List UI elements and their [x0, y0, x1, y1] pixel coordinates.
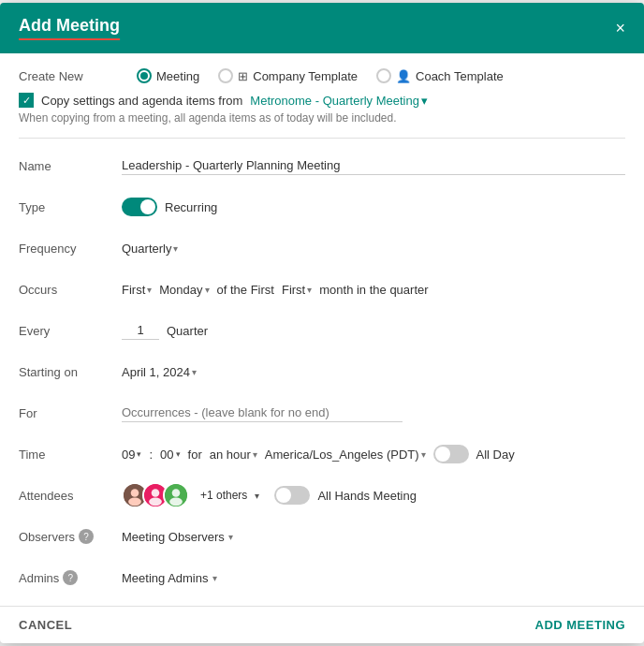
name-label: Name: [19, 159, 122, 173]
occurs-ordinal: First: [122, 283, 145, 297]
svg-point-2: [128, 498, 141, 507]
timezone-value: America/Los_Angeles (PDT): [265, 448, 419, 462]
admins-value: Meeting Admins: [122, 571, 209, 585]
avatar-group: [122, 482, 189, 508]
observers-dropdown[interactable]: Meeting Observers ▾: [122, 530, 233, 544]
timezone-wrap: America/Los_Angeles (PDT) ▾: [265, 448, 426, 462]
coach-template-icon: 👤: [396, 69, 411, 83]
time-label: Time: [19, 448, 122, 462]
time-colon: :: [149, 448, 153, 462]
svg-point-8: [169, 498, 183, 507]
frequency-label: Frequency: [19, 242, 122, 256]
duration-arrow[interactable]: ▾: [253, 449, 257, 460]
observers-content: Meeting Observers ▾: [122, 530, 625, 544]
every-content: Quarter: [122, 321, 625, 340]
meeting-dropdown-text: Metronome - Quarterly Meeting: [250, 94, 419, 108]
create-new-label: Create New: [19, 69, 122, 83]
attendees-row: Attendees +1 others ▾ All Hands Meeti: [19, 481, 625, 509]
modal-header: Add Meeting ×: [0, 3, 644, 53]
every-label: Every: [19, 324, 122, 338]
copy-settings-row: ✓ Copy settings and agenda items from Me…: [19, 93, 625, 108]
occurs-period-wrap: First ▾: [282, 283, 312, 297]
for-row: For: [19, 399, 625, 427]
add-meeting-modal: Add Meeting × Create New Meeting ⊞ Compa…: [0, 3, 644, 643]
frequency-select-wrap: Quarterly ▾: [122, 242, 178, 256]
cancel-button[interactable]: CANCEL: [19, 618, 72, 632]
time-hour-wrap: 09 ▾: [122, 448, 141, 462]
for-content: [122, 404, 625, 422]
occurs-day-arrow[interactable]: ▾: [205, 285, 210, 295]
starting-on-row: Starting on April 1, 2024 ▾: [19, 358, 625, 386]
every-unit: Quarter: [167, 324, 208, 338]
name-content: [122, 156, 625, 175]
admins-content: Meeting Admins ▾: [122, 571, 625, 585]
divider: [19, 138, 625, 139]
starting-date-value: April 1, 2024: [122, 365, 190, 379]
svg-point-1: [131, 489, 139, 497]
occurs-period-arrow[interactable]: ▾: [307, 285, 312, 295]
name-input[interactable]: [122, 156, 625, 175]
starting-on-content: April 1, 2024 ▾: [122, 365, 625, 379]
occurs-day-wrap: Monday ▾: [159, 283, 209, 297]
all-hands-toggle[interactable]: [274, 486, 310, 505]
frequency-content: Quarterly ▾: [122, 242, 625, 256]
radio-options: Meeting ⊞ Company Template 👤 Coach Templ…: [137, 68, 504, 83]
modal-title: Add Meeting: [19, 16, 120, 40]
all-day-label: All Day: [476, 448, 515, 462]
time-hour: 09: [122, 448, 135, 462]
timezone-arrow[interactable]: ▾: [421, 449, 426, 460]
occurs-of-the: of the First: [217, 283, 274, 297]
add-meeting-button[interactable]: ADD MEETING: [535, 618, 626, 632]
starting-on-label: Starting on: [19, 365, 122, 379]
observers-help-icon[interactable]: ?: [79, 529, 94, 544]
time-content: 09 ▾ : 00 ▾ for an hour ▾ America/Los_An…: [122, 445, 625, 463]
recurring-label: Recurring: [165, 200, 217, 214]
starting-date-arrow[interactable]: ▾: [192, 367, 197, 377]
frequency-row: Frequency Quarterly ▾: [19, 234, 625, 262]
time-for-label: for: [188, 448, 202, 462]
time-hour-arrow[interactable]: ▾: [137, 449, 141, 459]
radio-meeting[interactable]: Meeting: [137, 68, 199, 83]
observers-value: Meeting Observers: [122, 530, 225, 544]
frequency-arrow[interactable]: ▾: [173, 243, 178, 254]
every-input[interactable]: [122, 321, 159, 340]
copy-checkbox[interactable]: ✓: [19, 93, 34, 108]
occurs-ordinal-arrow[interactable]: ▾: [147, 285, 152, 295]
observers-arrow: ▾: [228, 532, 233, 542]
attendees-arrow[interactable]: ▾: [255, 491, 259, 501]
radio-company-label: Company Template: [253, 69, 358, 83]
time-min-arrow[interactable]: ▾: [176, 449, 181, 459]
meeting-dropdown-arrow: ▾: [421, 94, 428, 108]
svg-point-5: [149, 498, 162, 507]
time-min-wrap: 00 ▾: [160, 448, 180, 462]
svg-point-7: [172, 489, 181, 497]
attendees-content: +1 others ▾ All Hands Meeting: [122, 482, 625, 508]
time-minute: 00: [160, 448, 173, 462]
for-input[interactable]: [122, 404, 402, 422]
occurs-content: First ▾ Monday ▾ of the First First ▾ mo…: [122, 283, 625, 297]
observers-row: Observers ? Meeting Observers ▾: [19, 522, 625, 551]
frequency-value: Quarterly: [122, 242, 171, 256]
occurs-month-quarter: month in the quarter: [319, 283, 428, 297]
admins-dropdown[interactable]: Meeting Admins ▾: [122, 571, 217, 585]
type-label: Type: [19, 200, 122, 214]
radio-coach-template[interactable]: 👤 Coach Template: [376, 68, 504, 83]
svg-point-4: [152, 489, 160, 497]
duration-wrap: an hour ▾: [210, 448, 257, 462]
meeting-dropdown[interactable]: Metronome - Quarterly Meeting ▾: [250, 94, 428, 108]
all-hands-label: All Hands Meeting: [317, 489, 417, 503]
all-day-toggle[interactable]: [433, 445, 469, 463]
recurring-toggle[interactable]: [122, 198, 157, 216]
close-button[interactable]: ×: [615, 20, 625, 37]
admins-arrow: ▾: [212, 573, 217, 583]
create-new-row: Create New Meeting ⊞ Company Template 👤 …: [19, 68, 625, 83]
admins-help-icon[interactable]: ?: [63, 570, 78, 585]
radio-company-template[interactable]: ⊞ Company Template: [218, 68, 358, 83]
avatar-3: [163, 482, 189, 508]
duration-value: an hour: [210, 448, 251, 462]
radio-meeting-circle: [137, 68, 152, 83]
occurs-row: Occurs First ▾ Monday ▾ of the First Fir…: [19, 275, 625, 303]
time-row: Time 09 ▾ : 00 ▾ for an hour ▾ America/L…: [19, 440, 625, 468]
copy-text: Copy settings and agenda items from: [41, 94, 242, 108]
admins-row: Admins ? Meeting Admins ▾: [19, 564, 625, 592]
